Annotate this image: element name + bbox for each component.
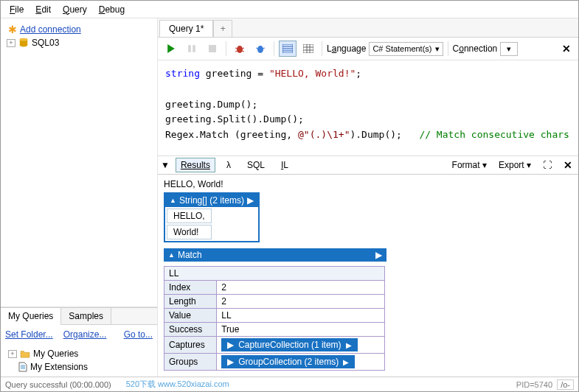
- svg-rect-3: [193, 45, 195, 52]
- groups-expand[interactable]: ▶GroupCollection (2 items)▶: [221, 355, 355, 368]
- expand-icon[interactable]: +: [7, 39, 15, 47]
- status-time: (00:00.000): [69, 380, 111, 389]
- new-tab-button[interactable]: +: [213, 20, 232, 37]
- row-label: Captures: [164, 337, 217, 354]
- tab-lambda[interactable]: λ: [221, 158, 236, 172]
- right-panel: Query 1* + Language C# Statement(s)▾ Con…: [158, 18, 578, 377]
- svg-point-10: [257, 46, 263, 53]
- pause-button[interactable]: [183, 41, 201, 57]
- code-editor[interactable]: string greeting = "HELLO, World!"; greet…: [158, 60, 578, 156]
- language-select[interactable]: C# Statement(s)▾: [369, 42, 443, 56]
- left-panel: ✱ Add connection + SQL03 My Queries Samp…: [1, 18, 158, 377]
- captures-expand[interactable]: ▶CaptureCollection (1 item)▶: [221, 338, 357, 351]
- database-icon: [18, 38, 29, 48]
- folder-icon: [20, 349, 30, 358]
- toolbar: Language C# Statement(s)▾ Connection ▾ ✕: [158, 38, 578, 60]
- view-grid-button[interactable]: [299, 41, 317, 57]
- row-label: Groups: [164, 354, 217, 371]
- tab-my-queries[interactable]: My Queries: [1, 308, 61, 325]
- set-folder-link[interactable]: Set Folder...: [5, 329, 53, 340]
- file-icon: [18, 362, 27, 372]
- bottom-tabs: My Queries Samples: [1, 308, 157, 325]
- close-results-button[interactable]: ✕: [561, 159, 575, 171]
- stop-button[interactable]: [204, 41, 221, 57]
- connection-label: Connection: [453, 43, 498, 54]
- my-queries-panel: My Queries Samples Set Folder... Organiz…: [1, 307, 157, 377]
- svg-rect-4: [209, 45, 216, 52]
- tab-sql[interactable]: SQL: [242, 158, 270, 172]
- row-value: LL: [217, 309, 385, 323]
- string-array-result: ▲String[] (2 items)▶ HELLO, World!: [164, 192, 260, 242]
- svg-point-5: [237, 46, 243, 53]
- view-rich-button[interactable]: [279, 41, 297, 57]
- svg-point-1: [20, 38, 28, 41]
- tab-query-1[interactable]: Query 1*: [159, 20, 213, 37]
- row-label: Value: [164, 309, 217, 323]
- row-label: Index: [164, 281, 217, 295]
- match-value: LL: [164, 267, 385, 281]
- collapse-icon[interactable]: ▼: [161, 160, 170, 170]
- menu-query[interactable]: Query: [57, 3, 93, 16]
- match-table: LL Index2 Length2 ValueLL SuccessTrue Ca…: [164, 266, 385, 371]
- result-header[interactable]: ▲String[] (2 items)▶: [165, 194, 258, 207]
- menu-edit[interactable]: Edit: [30, 3, 57, 16]
- row-label: Length: [164, 295, 217, 309]
- match-header[interactable]: ▲Match▶: [164, 248, 386, 262]
- tab-il[interactable]: IL: [276, 158, 294, 172]
- status-bar: Query successful (00:00.000) 520下载 www.5…: [1, 377, 578, 391]
- result-text: HELLO, World!: [164, 179, 572, 189]
- status-message: Query successful: [5, 380, 67, 389]
- close-button[interactable]: ✕: [559, 43, 574, 55]
- chevron-down-icon: ▾: [435, 44, 440, 54]
- tab-samples[interactable]: Samples: [61, 308, 111, 324]
- bug-blue-button[interactable]: [252, 41, 269, 57]
- svg-rect-17: [303, 44, 313, 53]
- menu-debug[interactable]: Debug: [93, 3, 131, 16]
- svg-rect-2: [188, 45, 191, 52]
- watermark: 520下载 www.520xiazai.com: [126, 379, 229, 390]
- menubar: File Edit Query Debug: [1, 1, 578, 18]
- row-value: 2: [217, 295, 385, 309]
- document-tabs: Query 1* +: [158, 18, 578, 38]
- expand-icon[interactable]: +: [8, 350, 17, 358]
- goto-link[interactable]: Go to...: [124, 329, 153, 340]
- svg-line-9: [242, 51, 244, 52]
- tab-results[interactable]: Results: [176, 158, 215, 172]
- connection-node[interactable]: + SQL03: [4, 36, 154, 49]
- tree-label: My Queries: [33, 349, 78, 359]
- status-pid: PID=5740: [516, 380, 552, 389]
- format-button[interactable]: Format ▾: [449, 158, 490, 172]
- row-label: Success: [164, 323, 217, 337]
- bug-button[interactable]: [231, 41, 249, 57]
- menu-file[interactable]: File: [4, 3, 30, 16]
- status-mode: /o-: [557, 379, 574, 390]
- my-queries-node[interactable]: + My Queries: [5, 347, 153, 360]
- array-item: World!: [167, 225, 212, 239]
- tree-label: My Extensions: [30, 362, 88, 372]
- row-value: 2: [217, 281, 385, 295]
- row-value: True: [217, 323, 385, 337]
- add-connection-link[interactable]: Add connection: [20, 24, 81, 35]
- results-tabs: ▼ Results λ SQL IL Format ▾ Export ▾ ⛶ ✕: [158, 156, 578, 175]
- my-extensions-node[interactable]: My Extensions: [5, 360, 153, 374]
- svg-line-8: [235, 51, 238, 52]
- run-button[interactable]: [162, 41, 180, 57]
- organize-link[interactable]: Organize...: [63, 329, 107, 340]
- connections-panel: ✱ Add connection + SQL03: [1, 18, 157, 307]
- add-connection-icon: ✱: [8, 24, 17, 35]
- results-panel: HELLO, World! ▲String[] (2 items)▶ HELLO…: [158, 175, 578, 377]
- expand-icon[interactable]: ⛶: [540, 158, 555, 172]
- connection-label: SQL03: [32, 38, 59, 48]
- chevron-down-icon: ▾: [507, 44, 511, 54]
- connection-select[interactable]: ▾: [500, 42, 518, 56]
- array-item: HELLO,: [167, 209, 212, 223]
- export-button[interactable]: Export ▾: [496, 158, 534, 172]
- language-label: Language: [327, 43, 366, 54]
